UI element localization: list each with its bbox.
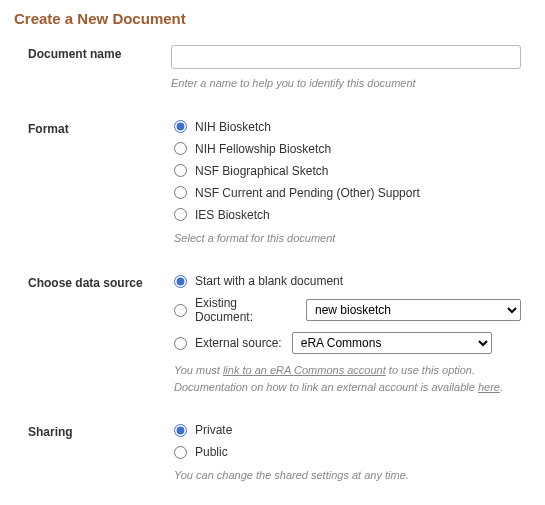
label-format-nsf-bio[interactable]: NSF Biographical Sketch — [195, 164, 328, 178]
radio-ds-existing[interactable] — [174, 304, 187, 317]
radio-format-nsf-current-pending[interactable] — [174, 186, 187, 199]
label-sharing-public[interactable]: Public — [195, 445, 228, 459]
radio-format-nih-biosketch[interactable] — [174, 120, 187, 133]
label-ds-external[interactable]: External source: — [195, 336, 282, 350]
label-sharing: Sharing — [14, 423, 174, 484]
radio-ds-external[interactable] — [174, 337, 187, 350]
hint-sharing: You can change the shared settings at an… — [174, 467, 521, 484]
label-format-nsf-current-pending[interactable]: NSF Current and Pending (Other) Support — [195, 186, 420, 200]
section-sharing: Sharing Private Public You can change th… — [14, 423, 531, 484]
radio-ds-blank[interactable] — [174, 275, 187, 288]
label-format-nih-fellowship[interactable]: NIH Fellowship Biosketch — [195, 142, 331, 156]
label-document-name: Document name — [14, 45, 171, 92]
document-name-input[interactable] — [171, 45, 521, 69]
link-era-commons[interactable]: link to an eRA Commons account — [223, 364, 386, 376]
hint-format: Select a format for this document — [174, 230, 521, 247]
radio-format-nsf-bio[interactable] — [174, 164, 187, 177]
select-external-source[interactable]: eRA Commons — [292, 332, 492, 354]
radio-format-ies[interactable] — [174, 208, 187, 221]
label-ds-blank[interactable]: Start with a blank document — [195, 274, 343, 288]
section-data-source: Choose data source Start with a blank do… — [14, 274, 531, 395]
label-format: Format — [14, 120, 174, 247]
radio-format-nih-fellowship[interactable] — [174, 142, 187, 155]
radio-sharing-public[interactable] — [174, 446, 187, 459]
label-format-nih-biosketch[interactable]: NIH Biosketch — [195, 120, 271, 134]
select-existing-document[interactable]: new biosketch — [306, 299, 521, 321]
radio-sharing-private[interactable] — [174, 424, 187, 437]
section-format: Format NIH Biosketch NIH Fellowship Bios… — [14, 120, 531, 247]
section-document-name: Document name Enter a name to help you t… — [14, 45, 531, 92]
label-data-source: Choose data source — [14, 274, 174, 395]
label-format-ies[interactable]: IES Biosketch — [195, 208, 270, 222]
label-ds-existing[interactable]: Existing Document: — [195, 296, 296, 324]
label-sharing-private[interactable]: Private — [195, 423, 232, 437]
link-docs-here[interactable]: here — [478, 381, 500, 393]
hint-data-source: You must link to an eRA Commons account … — [174, 362, 521, 395]
page-title: Create a New Document — [14, 10, 531, 27]
hint-document-name: Enter a name to help you to identify thi… — [171, 75, 521, 92]
